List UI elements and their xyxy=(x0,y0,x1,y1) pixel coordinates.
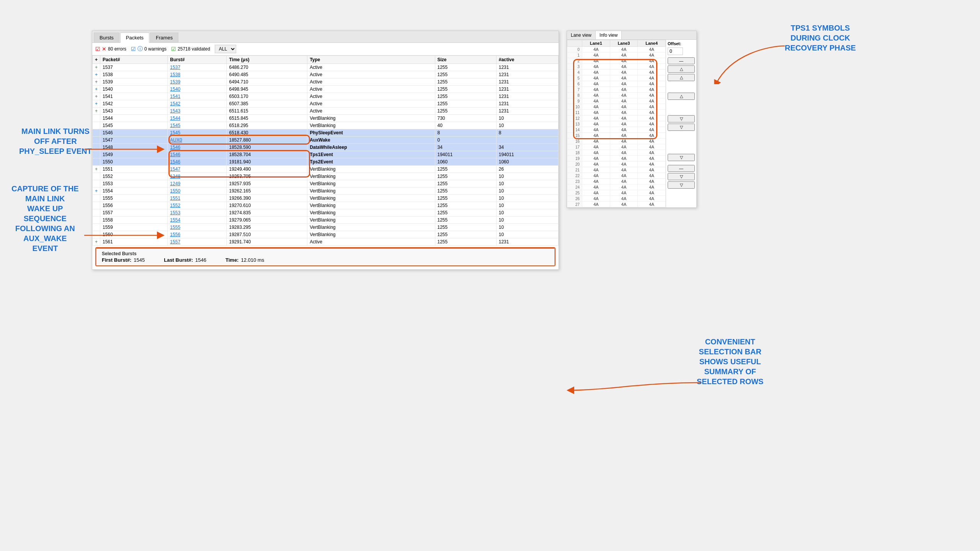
table-row[interactable]: 1549154618528.704Tps1Event194011194011 xyxy=(93,151,559,158)
errors-filter[interactable]: ☑ ✕ 80 errors xyxy=(95,46,126,52)
lane1-col: Lane1 xyxy=(582,40,610,47)
tab-lane-view[interactable]: Lane view xyxy=(567,31,596,39)
table-row[interactable]: 1550154619181.940Tps2Event10601060 xyxy=(93,158,559,166)
lane-table: Lane1 Lane3 Lane4 04A4A4A14A4A4A24A4A4A3… xyxy=(567,40,666,207)
col-packet: Packet# xyxy=(100,56,168,64)
offset-label: Offset: xyxy=(668,41,695,46)
lane-row: 04A4A4A xyxy=(567,47,666,52)
offset-value[interactable]: 0 xyxy=(668,47,683,55)
lane-row: 274A4A4A xyxy=(567,202,666,207)
table-row[interactable]: 154515456518.295VertBlanking4010 xyxy=(93,122,559,129)
tab-info-view[interactable]: Info view xyxy=(596,31,622,39)
lane-row: 204A4A4A xyxy=(567,161,666,167)
filter-select[interactable]: ALL xyxy=(215,45,236,53)
offset-nav-dash-btn[interactable]: — xyxy=(668,165,695,172)
annotation-main-link: MAIN LINK TURNSOFF AFTERPHY_SLEEP EVENT xyxy=(19,126,92,156)
validated-checkbox[interactable]: ☑ xyxy=(171,46,176,52)
tab-packets[interactable]: Packets xyxy=(120,33,149,43)
lane-info-panel: Lane view Info view Lane1 Lane3 Lane4 04… xyxy=(567,31,697,208)
lane-row: 184A4A4A xyxy=(567,150,666,156)
table-row[interactable]: 1547AUX018527.880AuxWake0 xyxy=(93,137,559,144)
lane-row: 104A4A4A xyxy=(567,104,666,110)
table-row[interactable]: +1561155719291.740Active12551231 xyxy=(93,238,559,246)
table-row[interactable]: +1554155019262.165VertBlanking125510 xyxy=(93,187,559,195)
offset-nav-down2-btn[interactable]: ▽ xyxy=(668,124,695,131)
warnings-filter[interactable]: ☑ ⓘ 0 warnings xyxy=(131,46,167,52)
toolbar: ☑ ✕ 80 errors ☑ ⓘ 0 warnings ☑ 25718 val… xyxy=(92,43,559,55)
col-size: Size xyxy=(435,56,496,64)
offset-triangle-up-btn[interactable]: △ xyxy=(668,65,695,73)
first-burst-label: First Burst#: xyxy=(102,257,131,263)
offset-nav-down4-btn[interactable]: ▽ xyxy=(668,173,695,180)
table-row[interactable]: +1551154719249.490VertBlanking125526 xyxy=(93,166,559,173)
errors-label: 80 errors xyxy=(108,46,126,52)
tab-frames[interactable]: Frames xyxy=(150,33,178,42)
offset-triangle-down-btn[interactable]: △ xyxy=(668,93,695,100)
annotation-convenient: CONVENIENTSELECTION BARSHOWS USEFULSUMMA… xyxy=(697,337,763,386)
offset-nav-down1-btn[interactable]: ▽ xyxy=(668,115,695,122)
lane-row: 114A4A4A xyxy=(567,110,666,116)
lane3-col: Lane3 xyxy=(610,40,638,47)
col-plus: + xyxy=(93,56,100,64)
selected-bursts-footer: Selected Bursts First Burst#: 1545 Last … xyxy=(95,247,555,266)
first-burst-value: 1545 xyxy=(134,257,145,263)
filter-dropdown-container[interactable]: ALL xyxy=(215,45,236,53)
lane-row: 14A4A4A xyxy=(567,52,666,58)
last-burst-label: Last Burst#: xyxy=(164,257,193,263)
lane-tab-bar: Lane view Info view xyxy=(567,31,696,40)
table-row[interactable]: 1552124819253.705VertBlanking125510 xyxy=(93,173,559,180)
lane-row: 214A4A4A xyxy=(567,167,666,173)
time-value: 12.010 ms xyxy=(241,257,264,263)
lane-row: 194A4A4A xyxy=(567,156,666,161)
table-row[interactable]: 1556155219270.610VertBlanking125510 xyxy=(93,202,559,209)
lane-row: 54A4A4A xyxy=(567,75,666,81)
table-row[interactable]: +153715376486.270Active12551231 xyxy=(93,64,559,71)
arrow-convenient xyxy=(567,371,704,394)
errors-icon: ✕ xyxy=(102,46,106,52)
table-row[interactable]: +154015406498.945Active12551231 xyxy=(93,86,559,93)
warnings-icon: ⓘ xyxy=(137,46,143,52)
offset-nav-down3-btn[interactable]: ▽ xyxy=(668,154,695,161)
table-row[interactable]: 1560155619287.510VertBlanking125510 xyxy=(93,231,559,238)
lane-row: 74A4A4A xyxy=(567,87,666,93)
lane-row: 94A4A4A xyxy=(567,98,666,104)
table-row[interactable]: 154615456518.430PhySleepEvent88 xyxy=(93,129,559,137)
lane-content: Lane1 Lane3 Lane4 04A4A4A14A4A4A24A4A4A3… xyxy=(567,40,696,207)
offset-nav-down5-btn[interactable]: ▽ xyxy=(668,181,695,189)
offset-triangle-up2-btn[interactable]: △ xyxy=(668,74,695,81)
table-row[interactable]: 1553124919257.935VertBlanking125510 xyxy=(93,180,559,187)
col-active: #active xyxy=(496,56,558,64)
lane-row: 224A4A4A xyxy=(567,173,666,179)
lane-row: 134A4A4A xyxy=(567,121,666,127)
lane-data-container[interactable]: Lane1 Lane3 Lane4 04A4A4A14A4A4A24A4A4A3… xyxy=(567,40,666,207)
warnings-checkbox[interactable]: ☑ xyxy=(131,46,136,52)
packet-table-container[interactable]: + Packet# Burst# Time (μs) Type Size #ac… xyxy=(92,55,559,246)
arrow-tps1 xyxy=(701,38,789,84)
table-row[interactable]: +154215426507.385Active12551231 xyxy=(93,100,559,108)
table-row[interactable]: +154315436511.615Active12551231 xyxy=(93,108,559,115)
lane-row: 154A4A4A xyxy=(567,133,666,139)
lane-row: 244A4A4A xyxy=(567,184,666,190)
table-row[interactable]: 154415446515.845VertBlanking73010 xyxy=(93,115,559,122)
table-row[interactable]: +153915396494.710Active12551231 xyxy=(93,78,559,86)
lane-header-row: Lane1 Lane3 Lane4 xyxy=(567,40,666,47)
table-row[interactable]: 1548154618528.590DataWhileAsleep3434 xyxy=(93,144,559,151)
offset-up-btn[interactable]: — xyxy=(668,57,695,64)
table-row[interactable]: +154115416503.170Active12551231 xyxy=(93,93,559,100)
table-row[interactable]: 1557155319274.835VertBlanking125510 xyxy=(93,209,559,217)
table-row[interactable]: 1555155119266.390VertBlanking125510 xyxy=(93,195,559,202)
errors-checkbox[interactable]: ☑ xyxy=(95,46,100,52)
validated-filter[interactable]: ☑ 25718 validated xyxy=(171,46,210,52)
lane-row: 124A4A4A xyxy=(567,116,666,121)
table-row[interactable]: +153815386490.485Active12551231 xyxy=(93,71,559,78)
lane-row-col xyxy=(567,40,582,47)
table-row[interactable]: 1559155519283.295VertBlanking125510 xyxy=(93,224,559,231)
last-burst-value: 1546 xyxy=(195,257,206,263)
lane4-col: Lane4 xyxy=(638,40,666,47)
offset-buttons: — △ △ xyxy=(668,57,695,81)
tab-bar: Bursts Packets Frames xyxy=(92,31,559,43)
table-row[interactable]: 1558155419279.065VertBlanking125510 xyxy=(93,217,559,224)
tab-bursts[interactable]: Bursts xyxy=(94,33,119,42)
annotation-capture: CAPTURE OF THEMAIN LINKWAKE UPSEQUENCEFO… xyxy=(11,184,79,253)
lane-row: 264A4A4A xyxy=(567,196,666,202)
